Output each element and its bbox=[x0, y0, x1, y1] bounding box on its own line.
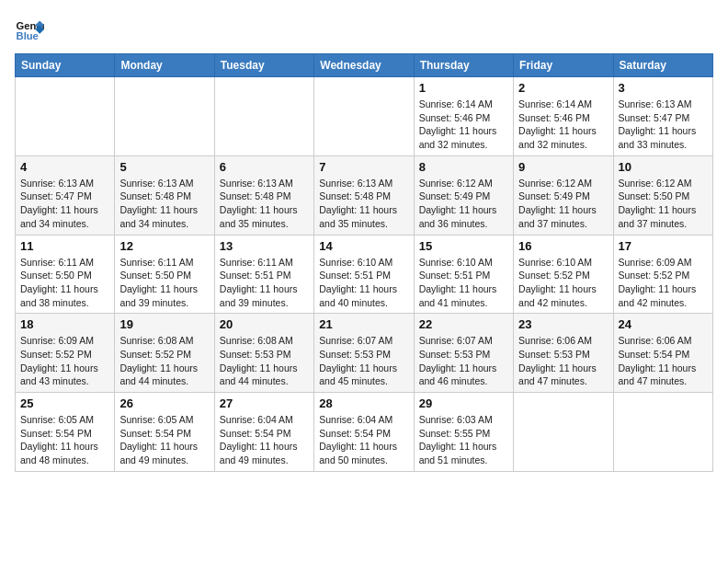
day-info: Sunrise: 6:13 AM Sunset: 5:48 PM Dayligh… bbox=[119, 177, 209, 231]
calendar-cell bbox=[314, 77, 414, 156]
day-info: Sunrise: 6:07 AM Sunset: 5:53 PM Dayligh… bbox=[319, 334, 408, 388]
day-number: 17 bbox=[619, 239, 708, 253]
day-number: 20 bbox=[220, 317, 309, 331]
calendar-header-saturday: Saturday bbox=[613, 54, 712, 77]
day-info: Sunrise: 6:13 AM Sunset: 5:47 PM Dayligh… bbox=[619, 98, 708, 152]
day-number: 9 bbox=[518, 160, 608, 174]
calendar-cell: 26Sunrise: 6:05 AM Sunset: 5:54 PM Dayli… bbox=[115, 393, 214, 472]
page-header: General Blue bbox=[15, 15, 713, 44]
calendar-cell: 11Sunrise: 6:11 AM Sunset: 5:50 PM Dayli… bbox=[16, 235, 115, 314]
logo: General Blue bbox=[15, 15, 50, 44]
calendar-cell: 4Sunrise: 6:13 AM Sunset: 5:47 PM Daylig… bbox=[16, 155, 115, 235]
calendar-cell: 24Sunrise: 6:06 AM Sunset: 5:54 PM Dayli… bbox=[613, 314, 712, 393]
day-info: Sunrise: 6:05 AM Sunset: 5:54 PM Dayligh… bbox=[119, 413, 209, 467]
calendar-cell bbox=[514, 393, 613, 472]
calendar-cell: 9Sunrise: 6:12 AM Sunset: 5:49 PM Daylig… bbox=[514, 155, 613, 235]
day-number: 16 bbox=[518, 239, 608, 253]
calendar-cell: 17Sunrise: 6:09 AM Sunset: 5:52 PM Dayli… bbox=[613, 235, 712, 314]
day-info: Sunrise: 6:10 AM Sunset: 5:52 PM Dayligh… bbox=[518, 256, 608, 310]
calendar-cell: 22Sunrise: 6:07 AM Sunset: 5:53 PM Dayli… bbox=[414, 314, 513, 393]
calendar-cell: 25Sunrise: 6:05 AM Sunset: 5:54 PM Dayli… bbox=[16, 393, 115, 472]
day-info: Sunrise: 6:04 AM Sunset: 5:54 PM Dayligh… bbox=[319, 413, 408, 467]
calendar-cell bbox=[115, 77, 214, 156]
calendar-header-monday: Monday bbox=[115, 54, 214, 77]
calendar-cell: 10Sunrise: 6:12 AM Sunset: 5:50 PM Dayli… bbox=[613, 155, 712, 235]
calendar-cell: 23Sunrise: 6:06 AM Sunset: 5:53 PM Dayli… bbox=[514, 314, 613, 393]
day-info: Sunrise: 6:14 AM Sunset: 5:46 PM Dayligh… bbox=[518, 98, 608, 152]
calendar-cell: 5Sunrise: 6:13 AM Sunset: 5:48 PM Daylig… bbox=[115, 155, 214, 235]
day-number: 4 bbox=[20, 160, 109, 174]
day-number: 3 bbox=[619, 81, 708, 95]
calendar-table: SundayMondayTuesdayWednesdayThursdayFrid… bbox=[15, 53, 713, 472]
calendar-header-thursday: Thursday bbox=[414, 54, 513, 77]
day-info: Sunrise: 6:13 AM Sunset: 5:47 PM Dayligh… bbox=[20, 177, 109, 231]
day-info: Sunrise: 6:11 AM Sunset: 5:51 PM Dayligh… bbox=[220, 256, 309, 310]
day-number: 19 bbox=[119, 317, 209, 331]
day-number: 21 bbox=[319, 317, 408, 331]
day-number: 7 bbox=[319, 160, 408, 174]
day-number: 26 bbox=[119, 396, 209, 410]
logo-icon: General Blue bbox=[15, 15, 44, 44]
day-number: 8 bbox=[419, 160, 508, 174]
day-info: Sunrise: 6:07 AM Sunset: 5:53 PM Dayligh… bbox=[419, 334, 508, 388]
day-number: 1 bbox=[419, 81, 508, 95]
calendar-week-1: 1Sunrise: 6:14 AM Sunset: 5:46 PM Daylig… bbox=[16, 77, 713, 156]
calendar-cell: 3Sunrise: 6:13 AM Sunset: 5:47 PM Daylig… bbox=[613, 77, 712, 156]
day-info: Sunrise: 6:10 AM Sunset: 5:51 PM Dayligh… bbox=[319, 256, 408, 310]
day-info: Sunrise: 6:09 AM Sunset: 5:52 PM Dayligh… bbox=[20, 334, 109, 388]
day-number: 25 bbox=[20, 396, 109, 410]
day-number: 18 bbox=[20, 317, 109, 331]
day-number: 12 bbox=[119, 239, 209, 253]
day-info: Sunrise: 6:12 AM Sunset: 5:49 PM Dayligh… bbox=[419, 177, 508, 231]
calendar-header-sunday: Sunday bbox=[16, 54, 115, 77]
day-number: 11 bbox=[20, 239, 109, 253]
calendar-cell: 16Sunrise: 6:10 AM Sunset: 5:52 PM Dayli… bbox=[514, 235, 613, 314]
calendar-cell: 7Sunrise: 6:13 AM Sunset: 5:48 PM Daylig… bbox=[314, 155, 414, 235]
calendar-week-5: 25Sunrise: 6:05 AM Sunset: 5:54 PM Dayli… bbox=[16, 393, 713, 472]
calendar-cell: 18Sunrise: 6:09 AM Sunset: 5:52 PM Dayli… bbox=[16, 314, 115, 393]
day-info: Sunrise: 6:12 AM Sunset: 5:49 PM Dayligh… bbox=[518, 177, 608, 231]
day-number: 10 bbox=[619, 160, 708, 174]
calendar-cell: 27Sunrise: 6:04 AM Sunset: 5:54 PM Dayli… bbox=[214, 393, 313, 472]
calendar-cell: 14Sunrise: 6:10 AM Sunset: 5:51 PM Dayli… bbox=[314, 235, 414, 314]
calendar-header-wednesday: Wednesday bbox=[314, 54, 414, 77]
day-number: 29 bbox=[419, 396, 508, 410]
calendar-cell: 2Sunrise: 6:14 AM Sunset: 5:46 PM Daylig… bbox=[514, 77, 613, 156]
calendar-cell: 1Sunrise: 6:14 AM Sunset: 5:46 PM Daylig… bbox=[414, 77, 513, 156]
calendar-week-3: 11Sunrise: 6:11 AM Sunset: 5:50 PM Dayli… bbox=[16, 235, 713, 314]
day-info: Sunrise: 6:12 AM Sunset: 5:50 PM Dayligh… bbox=[619, 177, 708, 231]
calendar-week-4: 18Sunrise: 6:09 AM Sunset: 5:52 PM Dayli… bbox=[16, 314, 713, 393]
day-number: 23 bbox=[518, 317, 608, 331]
calendar-cell: 13Sunrise: 6:11 AM Sunset: 5:51 PM Dayli… bbox=[214, 235, 313, 314]
calendar-cell bbox=[214, 77, 313, 156]
calendar-header-tuesday: Tuesday bbox=[214, 54, 313, 77]
calendar-cell: 21Sunrise: 6:07 AM Sunset: 5:53 PM Dayli… bbox=[314, 314, 414, 393]
day-info: Sunrise: 6:10 AM Sunset: 5:51 PM Dayligh… bbox=[419, 256, 508, 310]
calendar-cell: 28Sunrise: 6:04 AM Sunset: 5:54 PM Dayli… bbox=[314, 393, 414, 472]
calendar-cell bbox=[613, 393, 712, 472]
day-number: 24 bbox=[619, 317, 708, 331]
day-info: Sunrise: 6:14 AM Sunset: 5:46 PM Dayligh… bbox=[419, 98, 508, 152]
svg-text:Blue: Blue bbox=[17, 30, 39, 41]
day-info: Sunrise: 6:08 AM Sunset: 5:52 PM Dayligh… bbox=[119, 334, 209, 388]
day-info: Sunrise: 6:04 AM Sunset: 5:54 PM Dayligh… bbox=[220, 413, 309, 467]
calendar-header-row: SundayMondayTuesdayWednesdayThursdayFrid… bbox=[16, 54, 713, 77]
day-number: 14 bbox=[319, 239, 408, 253]
day-info: Sunrise: 6:03 AM Sunset: 5:55 PM Dayligh… bbox=[419, 413, 508, 467]
calendar-cell bbox=[16, 77, 115, 156]
calendar-cell: 19Sunrise: 6:08 AM Sunset: 5:52 PM Dayli… bbox=[115, 314, 214, 393]
day-number: 28 bbox=[319, 396, 408, 410]
day-info: Sunrise: 6:11 AM Sunset: 5:50 PM Dayligh… bbox=[119, 256, 209, 310]
calendar-cell: 12Sunrise: 6:11 AM Sunset: 5:50 PM Dayli… bbox=[115, 235, 214, 314]
calendar-cell: 8Sunrise: 6:12 AM Sunset: 5:49 PM Daylig… bbox=[414, 155, 513, 235]
day-number: 5 bbox=[119, 160, 209, 174]
day-info: Sunrise: 6:06 AM Sunset: 5:53 PM Dayligh… bbox=[518, 334, 608, 388]
day-info: Sunrise: 6:09 AM Sunset: 5:52 PM Dayligh… bbox=[619, 256, 708, 310]
calendar-cell: 6Sunrise: 6:13 AM Sunset: 5:48 PM Daylig… bbox=[214, 155, 313, 235]
day-info: Sunrise: 6:05 AM Sunset: 5:54 PM Dayligh… bbox=[20, 413, 109, 467]
day-info: Sunrise: 6:13 AM Sunset: 5:48 PM Dayligh… bbox=[319, 177, 408, 231]
day-info: Sunrise: 6:13 AM Sunset: 5:48 PM Dayligh… bbox=[220, 177, 309, 231]
day-number: 2 bbox=[518, 81, 608, 95]
day-number: 6 bbox=[220, 160, 309, 174]
calendar-cell: 15Sunrise: 6:10 AM Sunset: 5:51 PM Dayli… bbox=[414, 235, 513, 314]
